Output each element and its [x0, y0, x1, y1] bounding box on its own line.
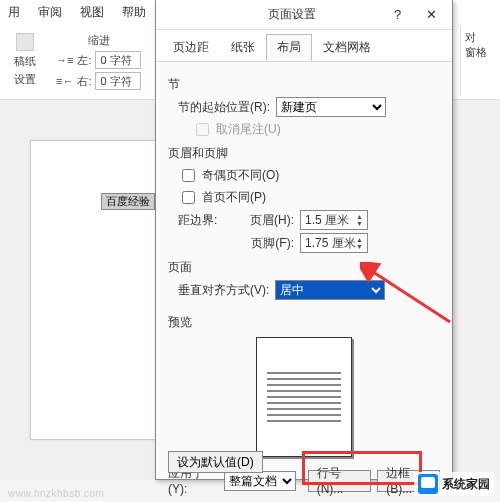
section-start-label: 节的起始位置(R):: [178, 99, 270, 116]
ribbon-label: 设置: [14, 72, 36, 87]
group-title: 缩进: [88, 33, 110, 48]
preview-thumbnail: [256, 337, 352, 457]
selected-text: 百度经验: [101, 193, 155, 210]
document-page[interactable]: 百度经验: [30, 140, 160, 440]
panel-text: 对: [465, 30, 496, 45]
close-button[interactable]: ✕: [416, 3, 446, 27]
headerfooter-title: 页眉和页脚: [168, 145, 440, 162]
ribbon-group-paper[interactable]: 稿纸 设置: [8, 31, 42, 89]
dialog-body: 节 节的起始位置(R): 新建页 取消尾注(U) 页眉和页脚 奇偶页不同(O) …: [156, 62, 452, 502]
ribbon-tab[interactable]: 审阅: [38, 4, 62, 21]
spinner-arrows-icon[interactable]: ▲▼: [356, 236, 363, 250]
help-button[interactable]: ?: [383, 3, 413, 27]
logo-text: 系统家园: [442, 476, 490, 493]
watermark-text: www.hnzkhbsb.com: [8, 488, 104, 499]
checkbox-label: 奇偶页不同(O): [202, 167, 279, 184]
page-section-title: 页面: [168, 259, 440, 276]
label: 右:: [77, 74, 91, 89]
right-panel: 对 窗格: [460, 26, 500, 96]
indent-right-input[interactable]: 0 字符: [95, 72, 141, 90]
ribbon-tab[interactable]: 视图: [80, 4, 104, 21]
ribbon-tab[interactable]: 用: [8, 4, 20, 21]
checkbox-label: 首页不同(P): [202, 189, 266, 206]
indent-right-icon: ≡←: [56, 75, 73, 87]
dialog-footer: 设为默认值(D): [168, 451, 440, 473]
header-distance-input[interactable]: 1.5 厘米 ▲▼: [300, 210, 368, 230]
label: 左:: [77, 53, 91, 68]
ribbon-tab[interactable]: 帮助: [122, 4, 146, 21]
input-value: 1.5 厘米: [305, 212, 349, 229]
apply-to-select[interactable]: 整篇文档: [224, 471, 296, 491]
paper-icon: [16, 33, 34, 51]
site-logo: 系统家园: [414, 472, 494, 496]
section-title: 节: [168, 76, 440, 93]
set-default-button[interactable]: 设为默认值(D): [168, 451, 263, 473]
panel-text: 窗格: [465, 45, 496, 60]
section-start-select[interactable]: 新建页: [276, 97, 386, 117]
diff-first-checkbox[interactable]: 首页不同(P): [178, 188, 266, 207]
footer-distance-input[interactable]: 1.75 厘米 ▲▼: [300, 233, 368, 253]
diff-first-input[interactable]: [182, 191, 195, 204]
suppress-endnotes-checkbox[interactable]: 取消尾注(U): [192, 120, 281, 139]
indent-left-input[interactable]: 0 字符: [95, 51, 141, 69]
valign-select[interactable]: 居中: [275, 280, 385, 300]
tab-paper[interactable]: 纸张: [220, 34, 266, 61]
ribbon-label: 稿纸: [14, 54, 36, 69]
checkbox-label: 取消尾注(U): [216, 121, 281, 138]
preview-title: 预览: [168, 314, 440, 331]
valign-label: 垂直对齐方式(V):: [178, 282, 269, 299]
page-setup-dialog: 页面设置 ? ✕ 页边距 纸张 布局 文档网格 节 节的起始位置(R): 新建页…: [155, 0, 453, 480]
diff-odd-even-checkbox[interactable]: 奇偶页不同(O): [178, 166, 279, 185]
ribbon-group-indent: 缩进 →≡ 左: 0 字符 ≡← 右: 0 字符: [50, 31, 147, 92]
dialog-titlebar: 页面设置 ? ✕: [156, 0, 452, 30]
suppress-endnotes-input: [196, 123, 209, 136]
from-edge-label: 距边界:: [178, 212, 238, 229]
tab-layout[interactable]: 布局: [266, 34, 312, 61]
tab-margins[interactable]: 页边距: [162, 34, 220, 61]
diff-odd-even-input[interactable]: [182, 169, 195, 182]
dialog-title: 页面设置: [202, 6, 383, 23]
header-label: 页眉(H):: [244, 212, 294, 229]
tab-grid[interactable]: 文档网格: [312, 34, 382, 61]
footer-label: 页脚(F):: [244, 235, 294, 252]
dialog-tabs: 页边距 纸张 布局 文档网格: [156, 30, 452, 62]
input-value: 1.75 厘米: [305, 235, 356, 252]
indent-left-icon: →≡: [56, 54, 73, 66]
logo-icon: [418, 474, 438, 494]
spinner-arrows-icon[interactable]: ▲▼: [356, 213, 363, 227]
